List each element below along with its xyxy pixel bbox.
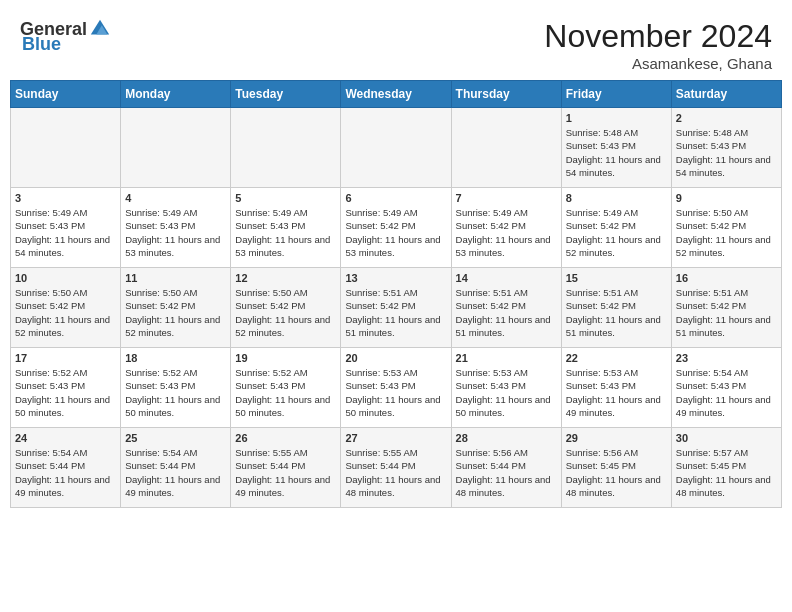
calendar-cell: 28Sunrise: 5:56 AMSunset: 5:44 PMDayligh… [451,428,561,508]
day-info: Sunrise: 5:51 AMSunset: 5:42 PMDaylight:… [566,286,667,339]
day-number: 22 [566,352,667,364]
calendar-body: 1Sunrise: 5:48 AMSunset: 5:43 PMDaylight… [11,108,782,508]
day-info: Sunrise: 5:49 AMSunset: 5:43 PMDaylight:… [125,206,226,259]
calendar-cell: 2Sunrise: 5:48 AMSunset: 5:43 PMDaylight… [671,108,781,188]
day-number: 26 [235,432,336,444]
day-info: Sunrise: 5:57 AMSunset: 5:45 PMDaylight:… [676,446,777,499]
calendar-cell: 27Sunrise: 5:55 AMSunset: 5:44 PMDayligh… [341,428,451,508]
day-number: 23 [676,352,777,364]
day-of-week-header: Tuesday [231,81,341,108]
day-info: Sunrise: 5:55 AMSunset: 5:44 PMDaylight:… [345,446,446,499]
day-number: 29 [566,432,667,444]
day-info: Sunrise: 5:56 AMSunset: 5:45 PMDaylight:… [566,446,667,499]
day-info: Sunrise: 5:53 AMSunset: 5:43 PMDaylight:… [456,366,557,419]
calendar-cell: 19Sunrise: 5:52 AMSunset: 5:43 PMDayligh… [231,348,341,428]
calendar-week-row: 3Sunrise: 5:49 AMSunset: 5:43 PMDaylight… [11,188,782,268]
day-number: 8 [566,192,667,204]
day-number: 28 [456,432,557,444]
calendar-cell: 15Sunrise: 5:51 AMSunset: 5:42 PMDayligh… [561,268,671,348]
calendar-cell: 5Sunrise: 5:49 AMSunset: 5:43 PMDaylight… [231,188,341,268]
day-number: 4 [125,192,226,204]
day-number: 20 [345,352,446,364]
day-number: 18 [125,352,226,364]
day-info: Sunrise: 5:48 AMSunset: 5:43 PMDaylight:… [566,126,667,179]
calendar-cell [11,108,121,188]
calendar-cell: 8Sunrise: 5:49 AMSunset: 5:42 PMDaylight… [561,188,671,268]
calendar-cell: 29Sunrise: 5:56 AMSunset: 5:45 PMDayligh… [561,428,671,508]
day-info: Sunrise: 5:53 AMSunset: 5:43 PMDaylight:… [345,366,446,419]
calendar-cell: 25Sunrise: 5:54 AMSunset: 5:44 PMDayligh… [121,428,231,508]
day-info: Sunrise: 5:53 AMSunset: 5:43 PMDaylight:… [566,366,667,419]
month-year-title: November 2024 [544,18,772,55]
location-subtitle: Asamankese, Ghana [544,55,772,72]
day-number: 10 [15,272,116,284]
day-number: 27 [345,432,446,444]
day-info: Sunrise: 5:49 AMSunset: 5:43 PMDaylight:… [235,206,336,259]
calendar-cell: 16Sunrise: 5:51 AMSunset: 5:42 PMDayligh… [671,268,781,348]
calendar-cell: 14Sunrise: 5:51 AMSunset: 5:42 PMDayligh… [451,268,561,348]
day-info: Sunrise: 5:48 AMSunset: 5:43 PMDaylight:… [676,126,777,179]
day-info: Sunrise: 5:54 AMSunset: 5:44 PMDaylight:… [125,446,226,499]
calendar-cell: 30Sunrise: 5:57 AMSunset: 5:45 PMDayligh… [671,428,781,508]
calendar-cell: 4Sunrise: 5:49 AMSunset: 5:43 PMDaylight… [121,188,231,268]
calendar-cell: 23Sunrise: 5:54 AMSunset: 5:43 PMDayligh… [671,348,781,428]
calendar-cell: 13Sunrise: 5:51 AMSunset: 5:42 PMDayligh… [341,268,451,348]
calendar-cell: 11Sunrise: 5:50 AMSunset: 5:42 PMDayligh… [121,268,231,348]
calendar-cell: 21Sunrise: 5:53 AMSunset: 5:43 PMDayligh… [451,348,561,428]
day-info: Sunrise: 5:54 AMSunset: 5:44 PMDaylight:… [15,446,116,499]
day-info: Sunrise: 5:51 AMSunset: 5:42 PMDaylight:… [456,286,557,339]
day-number: 12 [235,272,336,284]
day-info: Sunrise: 5:55 AMSunset: 5:44 PMDaylight:… [235,446,336,499]
day-of-week-header: Wednesday [341,81,451,108]
day-info: Sunrise: 5:52 AMSunset: 5:43 PMDaylight:… [125,366,226,419]
calendar-cell: 17Sunrise: 5:52 AMSunset: 5:43 PMDayligh… [11,348,121,428]
day-number: 1 [566,112,667,124]
day-of-week-header: Friday [561,81,671,108]
day-info: Sunrise: 5:51 AMSunset: 5:42 PMDaylight:… [345,286,446,339]
calendar-cell: 26Sunrise: 5:55 AMSunset: 5:44 PMDayligh… [231,428,341,508]
logo-blue-text: Blue [22,34,61,55]
calendar-cell: 18Sunrise: 5:52 AMSunset: 5:43 PMDayligh… [121,348,231,428]
day-number: 9 [676,192,777,204]
day-number: 25 [125,432,226,444]
day-info: Sunrise: 5:50 AMSunset: 5:42 PMDaylight:… [676,206,777,259]
day-number: 6 [345,192,446,204]
day-info: Sunrise: 5:51 AMSunset: 5:42 PMDaylight:… [676,286,777,339]
calendar-week-row: 24Sunrise: 5:54 AMSunset: 5:44 PMDayligh… [11,428,782,508]
day-info: Sunrise: 5:50 AMSunset: 5:42 PMDaylight:… [15,286,116,339]
day-number: 21 [456,352,557,364]
day-number: 2 [676,112,777,124]
calendar-cell [121,108,231,188]
logo-icon [89,18,111,40]
day-info: Sunrise: 5:56 AMSunset: 5:44 PMDaylight:… [456,446,557,499]
calendar-cell [231,108,341,188]
day-number: 3 [15,192,116,204]
calendar-cell: 12Sunrise: 5:50 AMSunset: 5:42 PMDayligh… [231,268,341,348]
calendar-cell: 24Sunrise: 5:54 AMSunset: 5:44 PMDayligh… [11,428,121,508]
day-info: Sunrise: 5:50 AMSunset: 5:42 PMDaylight:… [125,286,226,339]
day-of-week-header: Thursday [451,81,561,108]
calendar-cell: 1Sunrise: 5:48 AMSunset: 5:43 PMDaylight… [561,108,671,188]
day-info: Sunrise: 5:52 AMSunset: 5:43 PMDaylight:… [15,366,116,419]
day-info: Sunrise: 5:52 AMSunset: 5:43 PMDaylight:… [235,366,336,419]
day-of-week-header: Sunday [11,81,121,108]
day-of-week-header: Monday [121,81,231,108]
day-info: Sunrise: 5:49 AMSunset: 5:43 PMDaylight:… [15,206,116,259]
calendar-table: SundayMondayTuesdayWednesdayThursdayFrid… [10,80,782,508]
day-of-week-header: Saturday [671,81,781,108]
day-number: 11 [125,272,226,284]
calendar-week-row: 10Sunrise: 5:50 AMSunset: 5:42 PMDayligh… [11,268,782,348]
day-number: 5 [235,192,336,204]
day-info: Sunrise: 5:49 AMSunset: 5:42 PMDaylight:… [345,206,446,259]
day-number: 14 [456,272,557,284]
calendar-week-row: 17Sunrise: 5:52 AMSunset: 5:43 PMDayligh… [11,348,782,428]
calendar-cell [451,108,561,188]
day-info: Sunrise: 5:50 AMSunset: 5:42 PMDaylight:… [235,286,336,339]
page-header: General Blue November 2024 Asamankese, G… [10,10,782,76]
day-info: Sunrise: 5:49 AMSunset: 5:42 PMDaylight:… [456,206,557,259]
day-number: 30 [676,432,777,444]
days-of-week-row: SundayMondayTuesdayWednesdayThursdayFrid… [11,81,782,108]
logo: General Blue [20,18,111,55]
day-info: Sunrise: 5:49 AMSunset: 5:42 PMDaylight:… [566,206,667,259]
day-number: 19 [235,352,336,364]
